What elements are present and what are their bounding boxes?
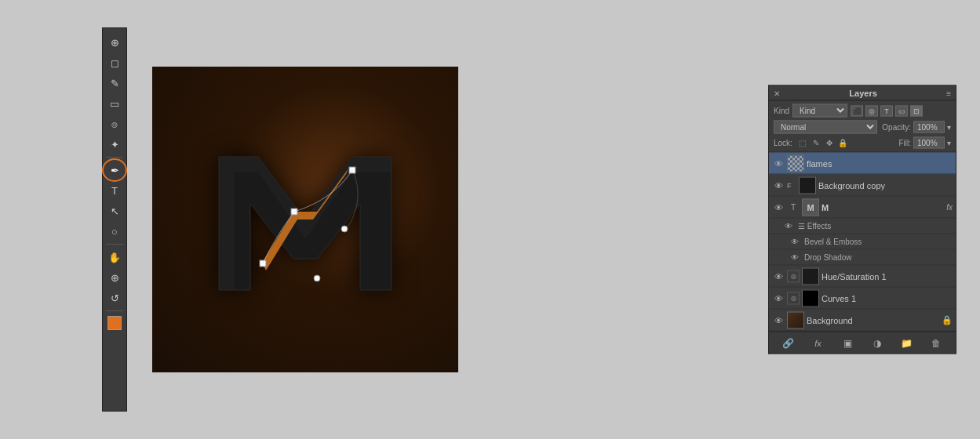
smart-filter-icon[interactable]: ⊡ — [910, 105, 923, 116]
layer-row-drop-shadow[interactable]: 👁 Drop Shadow — [769, 250, 956, 266]
rotate-tool[interactable]: ↺ — [104, 288, 125, 307]
opacity-arrow[interactable]: ▾ — [947, 123, 951, 132]
ellipse-tool[interactable]: ○ — [104, 222, 125, 241]
layer-row-flames[interactable]: 👁 flames — [769, 153, 956, 175]
selection-tool[interactable]: ◻ — [104, 53, 125, 72]
type-tool[interactable]: T — [104, 181, 125, 200]
lock-checkerboard-icon[interactable]: ⬚ — [797, 137, 808, 148]
mask-bottom-icon[interactable]: ▣ — [840, 336, 854, 350]
layer-row-curves[interactable]: 👁 ◎ Curves 1 — [769, 288, 956, 310]
visibility-icon-curves[interactable]: 👁 — [772, 292, 785, 304]
delete-bottom-icon[interactable]: 🗑 — [929, 336, 943, 350]
opacity-control: Opacity: ▾ — [882, 122, 951, 133]
layers-list: 👁 flames 👁 F Background copy 👁 T M M fx … — [769, 153, 956, 332]
lock-icon-background: 🔒 — [942, 315, 953, 325]
type-layer-icon: T — [787, 201, 800, 213]
layer-row-effects: 👁 ☰ Effects — [769, 219, 956, 234]
lock-all-icon[interactable]: 🔒 — [837, 137, 848, 148]
lock-label: Lock: — [774, 139, 792, 147]
visibility-icon-bg-copy[interactable]: 👁 — [772, 179, 785, 191]
effects-label: ☰ Effects — [798, 222, 831, 230]
lock-icons: ⬚ ✎ ✥ 🔒 — [797, 137, 848, 148]
stamp-tool[interactable]: ✦ — [104, 135, 125, 154]
visibility-icon-hue-sat[interactable]: 👁 — [772, 270, 785, 282]
rectangle-tool[interactable]: ▭ — [104, 94, 125, 113]
visibility-icon-flames[interactable]: 👁 — [772, 157, 785, 169]
panel-title: Layers — [849, 89, 876, 98]
svg-point-4 — [314, 275, 320, 281]
visibility-icon-background[interactable]: 👁 — [772, 314, 785, 326]
brush-tool[interactable]: ✎ — [104, 74, 125, 93]
panel-titlebar: ✕ Layers ≡ — [769, 86, 956, 101]
adjustment-icon-curves: ◎ — [787, 292, 800, 304]
fill-input[interactable] — [913, 137, 945, 149]
bevel-eye-icon[interactable]: 👁 — [791, 238, 799, 246]
panel-menu-button[interactable]: ≡ — [946, 89, 951, 97]
move-tool[interactable]: ⊕ — [104, 33, 125, 52]
fx-bottom-icon[interactable]: fx — [811, 336, 825, 350]
layer-row-m[interactable]: 👁 T M M fx — [769, 197, 956, 219]
layer-row-background[interactable]: 👁 Background 🔒 — [769, 310, 956, 332]
hand-tool[interactable]: ✋ — [104, 248, 125, 267]
shape-filter-icon[interactable]: ▭ — [895, 105, 908, 116]
drop-shadow-label: Drop Shadow — [804, 253, 852, 262]
pen-tool[interactable]: ✒ — [104, 161, 125, 180]
layer-thumb-m: M — [802, 198, 819, 216]
layer-thumb-flames — [787, 154, 804, 172]
adjustment-bottom-icon[interactable]: ◑ — [870, 336, 884, 350]
layer-name-flames: flames — [807, 158, 953, 168]
kind-section: Kind Kind ⬛ ◎ T ▭ ⊡ Normal Opacity: ▾ — [769, 101, 956, 153]
visibility-icon-m[interactable]: 👁 — [772, 201, 785, 213]
adjustment-icon-hue-sat: ◎ — [787, 270, 800, 282]
canvas-image — [152, 67, 458, 372]
layers-panel: ✕ Layers ≡ Kind Kind ⬛ ◎ T ▭ ⊡ Normal Op… — [768, 85, 956, 354]
m-letter-artwork — [195, 110, 415, 329]
kind-row: Kind Kind ⬛ ◎ T ▭ ⊡ — [774, 104, 951, 118]
group-bottom-icon[interactable]: 📁 — [899, 336, 913, 350]
adjustment-filter-icon[interactable]: ◎ — [865, 105, 878, 116]
layer-name-hue-sat: Hue/Saturation 1 — [822, 271, 953, 281]
pixel-filter-icon[interactable]: ⬛ — [851, 105, 863, 116]
layer-row-hue-sat[interactable]: 👁 ◎ Hue/Saturation 1 — [769, 266, 956, 288]
lock-row: Lock: ⬚ ✎ ✥ 🔒 Fill: ▾ — [774, 137, 951, 149]
blend-mode-dropdown[interactable]: Normal — [774, 121, 877, 134]
toolbar: ⊕ ◻ ✎ ▭ ⌾ ✦ ✒ T ↖ ○ ✋ ⊕ ↺ — [102, 27, 127, 412]
zoom-tool[interactable]: ⊕ — [104, 268, 125, 287]
blend-row: Normal Opacity: ▾ — [774, 121, 951, 134]
lock-brush-icon[interactable]: ✎ — [811, 137, 822, 148]
fill-label: Fill: — [898, 139, 911, 147]
layer-name-bg-copy: Background copy — [818, 180, 953, 190]
divider — [106, 244, 123, 245]
fx-badge-m: fx — [946, 203, 953, 212]
panel-bottom-toolbar: 🔗 fx ▣ ◑ 📁 🗑 — [769, 332, 956, 354]
layer-thumb-bg-copy — [799, 176, 816, 194]
layer-thumb-background — [787, 311, 804, 328]
layer-name-background: Background — [807, 315, 939, 325]
kind-label: Kind — [774, 107, 789, 115]
direct-select-tool[interactable]: ↖ — [104, 201, 125, 220]
fill-arrow[interactable]: ▾ — [947, 139, 951, 147]
type-filter-icon[interactable]: T — [880, 105, 893, 116]
opacity-label: Opacity: — [882, 123, 911, 132]
divider — [106, 310, 123, 311]
lasso-tool[interactable]: ⌾ — [104, 114, 125, 133]
effects-eye-icon[interactable]: 👁 — [785, 222, 792, 230]
link-icon[interactable]: 🔗 — [781, 336, 796, 350]
bg-copy-letter: F — [787, 181, 796, 189]
layer-name-curves: Curves 1 — [822, 293, 953, 303]
opacity-input[interactable] — [913, 122, 945, 133]
bevel-emboss-label: Bevel & Emboss — [804, 238, 862, 246]
foreground-color[interactable] — [107, 316, 122, 330]
layer-name-m: M — [822, 202, 944, 212]
canvas-area[interactable] — [152, 67, 458, 372]
layer-row-background-copy[interactable]: 👁 F Background copy — [769, 175, 956, 197]
kind-dropdown[interactable]: Kind — [792, 104, 847, 118]
lock-move-icon[interactable]: ✥ — [824, 137, 835, 148]
layer-thumb-curves — [802, 289, 819, 307]
divider — [106, 157, 123, 158]
layer-row-bevel-emboss[interactable]: 👁 Bevel & Emboss — [769, 234, 956, 250]
kind-filter-icons: ⬛ ◎ T ▭ ⊡ — [851, 105, 923, 116]
fill-control: Fill: ▾ — [898, 137, 951, 149]
close-button[interactable]: ✕ — [774, 89, 780, 97]
drop-shadow-eye-icon[interactable]: 👁 — [791, 253, 799, 262]
